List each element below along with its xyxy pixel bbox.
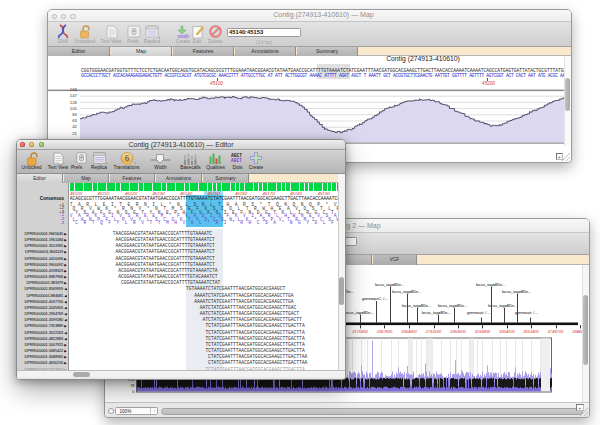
svg-text:6: 6 xyxy=(125,153,129,162)
